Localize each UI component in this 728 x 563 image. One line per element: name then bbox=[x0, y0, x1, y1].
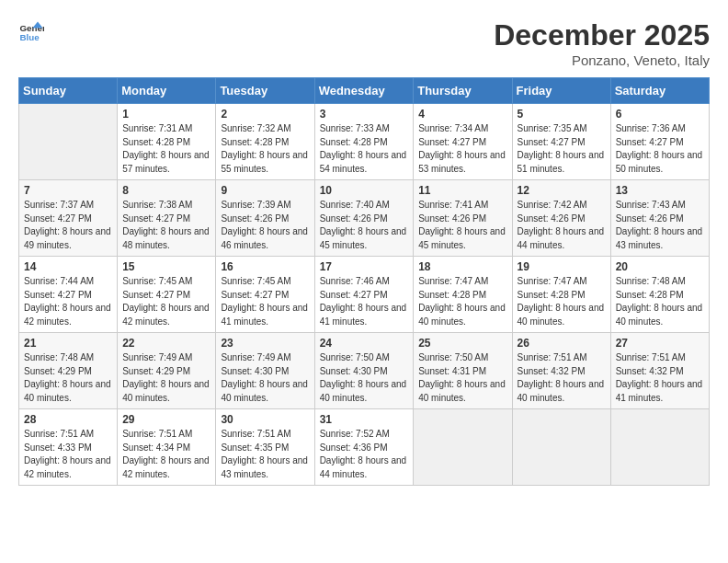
day-number: 13 bbox=[616, 184, 704, 197]
location: Ponzano, Veneto, Italy bbox=[494, 52, 710, 68]
day-number: 7 bbox=[24, 184, 112, 197]
calendar-cell: 9Sunrise: 7:39 AMSunset: 4:26 PMDaylight… bbox=[216, 180, 314, 257]
calendar-cell bbox=[512, 409, 610, 486]
day-number: 26 bbox=[518, 337, 606, 350]
calendar-cell: 22Sunrise: 7:49 AMSunset: 4:29 PMDayligh… bbox=[118, 333, 216, 409]
day-info: Sunrise: 7:50 AMSunset: 4:30 PMDaylight:… bbox=[320, 352, 407, 403]
calendar-cell: 19Sunrise: 7:47 AMSunset: 4:28 PMDayligh… bbox=[512, 257, 610, 333]
calendar-cell: 28Sunrise: 7:51 AMSunset: 4:33 PMDayligh… bbox=[19, 409, 118, 486]
day-number: 24 bbox=[320, 337, 409, 350]
calendar-cell: 16Sunrise: 7:45 AMSunset: 4:27 PMDayligh… bbox=[216, 257, 314, 333]
calendar-week-row: 28Sunrise: 7:51 AMSunset: 4:33 PMDayligh… bbox=[19, 409, 710, 486]
calendar-week-row: 21Sunrise: 7:48 AMSunset: 4:29 PMDayligh… bbox=[19, 333, 710, 409]
day-info: Sunrise: 7:51 AMSunset: 4:35 PMDaylight:… bbox=[221, 429, 308, 479]
day-info: Sunrise: 7:48 AMSunset: 4:28 PMDaylight:… bbox=[616, 276, 703, 327]
day-info: Sunrise: 7:38 AMSunset: 4:27 PMDaylight:… bbox=[122, 200, 210, 250]
calendar-cell: 2Sunrise: 7:32 AMSunset: 4:28 PMDaylight… bbox=[216, 104, 314, 180]
day-number: 6 bbox=[616, 108, 704, 121]
calendar-cell: 31Sunrise: 7:52 AMSunset: 4:36 PMDayligh… bbox=[314, 409, 414, 486]
calendar-header-saturday: Saturday bbox=[610, 78, 709, 104]
day-number: 2 bbox=[221, 108, 309, 121]
day-number: 16 bbox=[221, 260, 309, 273]
day-info: Sunrise: 7:52 AMSunset: 4:36 PMDaylight:… bbox=[320, 429, 407, 479]
calendar-cell: 21Sunrise: 7:48 AMSunset: 4:29 PMDayligh… bbox=[19, 333, 118, 409]
day-number: 18 bbox=[418, 260, 506, 273]
day-info: Sunrise: 7:47 AMSunset: 4:28 PMDaylight:… bbox=[418, 276, 506, 327]
calendar-cell: 17Sunrise: 7:46 AMSunset: 4:27 PMDayligh… bbox=[314, 257, 414, 333]
calendar-cell: 11Sunrise: 7:41 AMSunset: 4:26 PMDayligh… bbox=[414, 180, 512, 257]
day-number: 14 bbox=[24, 260, 112, 273]
calendar-cell: 15Sunrise: 7:45 AMSunset: 4:27 PMDayligh… bbox=[118, 257, 216, 333]
day-number: 3 bbox=[320, 108, 409, 121]
day-info: Sunrise: 7:34 AMSunset: 4:27 PMDaylight:… bbox=[418, 123, 506, 174]
calendar-header-monday: Monday bbox=[118, 78, 216, 104]
calendar-cell: 5Sunrise: 7:35 AMSunset: 4:27 PMDaylight… bbox=[512, 104, 610, 180]
day-info: Sunrise: 7:43 AMSunset: 4:26 PMDaylight:… bbox=[616, 200, 703, 250]
day-info: Sunrise: 7:48 AMSunset: 4:29 PMDaylight:… bbox=[24, 352, 111, 403]
calendar-cell: 12Sunrise: 7:42 AMSunset: 4:26 PMDayligh… bbox=[512, 180, 610, 257]
calendar-week-row: 1Sunrise: 7:31 AMSunset: 4:28 PMDaylight… bbox=[19, 104, 710, 180]
svg-text:Blue: Blue bbox=[19, 32, 40, 42]
calendar-header-tuesday: Tuesday bbox=[216, 78, 314, 104]
calendar-cell: 18Sunrise: 7:47 AMSunset: 4:28 PMDayligh… bbox=[414, 257, 512, 333]
day-number: 17 bbox=[320, 260, 409, 273]
logo-icon: General Blue bbox=[18, 18, 44, 44]
calendar-week-row: 14Sunrise: 7:44 AMSunset: 4:27 PMDayligh… bbox=[19, 257, 710, 333]
day-number: 1 bbox=[122, 108, 210, 121]
day-info: Sunrise: 7:51 AMSunset: 4:32 PMDaylight:… bbox=[616, 352, 703, 403]
calendar-cell: 25Sunrise: 7:50 AMSunset: 4:31 PMDayligh… bbox=[414, 333, 512, 409]
day-info: Sunrise: 7:47 AMSunset: 4:28 PMDaylight:… bbox=[518, 276, 605, 327]
day-info: Sunrise: 7:49 AMSunset: 4:30 PMDaylight:… bbox=[221, 352, 308, 403]
day-info: Sunrise: 7:44 AMSunset: 4:27 PMDaylight:… bbox=[24, 276, 111, 327]
calendar-cell: 1Sunrise: 7:31 AMSunset: 4:28 PMDaylight… bbox=[118, 104, 216, 180]
day-number: 28 bbox=[24, 413, 112, 426]
day-number: 23 bbox=[221, 337, 309, 350]
day-info: Sunrise: 7:51 AMSunset: 4:32 PMDaylight:… bbox=[518, 352, 605, 403]
day-number: 9 bbox=[221, 184, 309, 197]
calendar-cell bbox=[19, 104, 118, 180]
day-number: 31 bbox=[320, 413, 409, 426]
calendar-table: SundayMondayTuesdayWednesdayThursdayFrid… bbox=[18, 77, 710, 486]
day-info: Sunrise: 7:31 AMSunset: 4:28 PMDaylight:… bbox=[122, 123, 210, 174]
day-number: 15 bbox=[122, 260, 210, 273]
calendar-cell: 14Sunrise: 7:44 AMSunset: 4:27 PMDayligh… bbox=[19, 257, 118, 333]
day-number: 8 bbox=[122, 184, 210, 197]
logo: General Blue bbox=[18, 18, 44, 44]
calendar-cell: 30Sunrise: 7:51 AMSunset: 4:35 PMDayligh… bbox=[216, 409, 314, 486]
calendar-header-wednesday: Wednesday bbox=[314, 78, 414, 104]
day-info: Sunrise: 7:51 AMSunset: 4:34 PMDaylight:… bbox=[122, 429, 210, 479]
calendar-cell: 4Sunrise: 7:34 AMSunset: 4:27 PMDaylight… bbox=[414, 104, 512, 180]
calendar-cell: 27Sunrise: 7:51 AMSunset: 4:32 PMDayligh… bbox=[610, 333, 709, 409]
day-info: Sunrise: 7:51 AMSunset: 4:33 PMDaylight:… bbox=[24, 429, 111, 479]
title-block: December 2025 Ponzano, Veneto, Italy bbox=[494, 18, 710, 68]
day-info: Sunrise: 7:45 AMSunset: 4:27 PMDaylight:… bbox=[122, 276, 210, 327]
day-number: 10 bbox=[320, 184, 409, 197]
day-info: Sunrise: 7:36 AMSunset: 4:27 PMDaylight:… bbox=[616, 123, 703, 174]
calendar-cell: 3Sunrise: 7:33 AMSunset: 4:28 PMDaylight… bbox=[314, 104, 414, 180]
calendar-cell: 13Sunrise: 7:43 AMSunset: 4:26 PMDayligh… bbox=[610, 180, 709, 257]
calendar-header-sunday: Sunday bbox=[19, 78, 118, 104]
day-number: 19 bbox=[518, 260, 606, 273]
calendar-cell bbox=[414, 409, 512, 486]
day-info: Sunrise: 7:41 AMSunset: 4:26 PMDaylight:… bbox=[418, 200, 506, 250]
day-number: 5 bbox=[518, 108, 606, 121]
calendar-cell: 24Sunrise: 7:50 AMSunset: 4:30 PMDayligh… bbox=[314, 333, 414, 409]
day-info: Sunrise: 7:39 AMSunset: 4:26 PMDaylight:… bbox=[221, 200, 308, 250]
day-info: Sunrise: 7:45 AMSunset: 4:27 PMDaylight:… bbox=[221, 276, 308, 327]
day-number: 29 bbox=[122, 413, 210, 426]
day-number: 12 bbox=[518, 184, 606, 197]
day-info: Sunrise: 7:40 AMSunset: 4:26 PMDaylight:… bbox=[320, 200, 407, 250]
day-number: 21 bbox=[24, 337, 112, 350]
day-number: 4 bbox=[418, 108, 506, 121]
day-number: 11 bbox=[418, 184, 506, 197]
day-number: 27 bbox=[616, 337, 704, 350]
day-number: 22 bbox=[122, 337, 210, 350]
calendar-cell: 7Sunrise: 7:37 AMSunset: 4:27 PMDaylight… bbox=[19, 180, 118, 257]
calendar-week-row: 7Sunrise: 7:37 AMSunset: 4:27 PMDaylight… bbox=[19, 180, 710, 257]
day-info: Sunrise: 7:35 AMSunset: 4:27 PMDaylight:… bbox=[518, 123, 605, 174]
calendar-cell: 29Sunrise: 7:51 AMSunset: 4:34 PMDayligh… bbox=[118, 409, 216, 486]
day-info: Sunrise: 7:37 AMSunset: 4:27 PMDaylight:… bbox=[24, 200, 111, 250]
month-title: December 2025 bbox=[494, 18, 710, 52]
calendar-cell: 26Sunrise: 7:51 AMSunset: 4:32 PMDayligh… bbox=[512, 333, 610, 409]
day-number: 20 bbox=[616, 260, 704, 273]
